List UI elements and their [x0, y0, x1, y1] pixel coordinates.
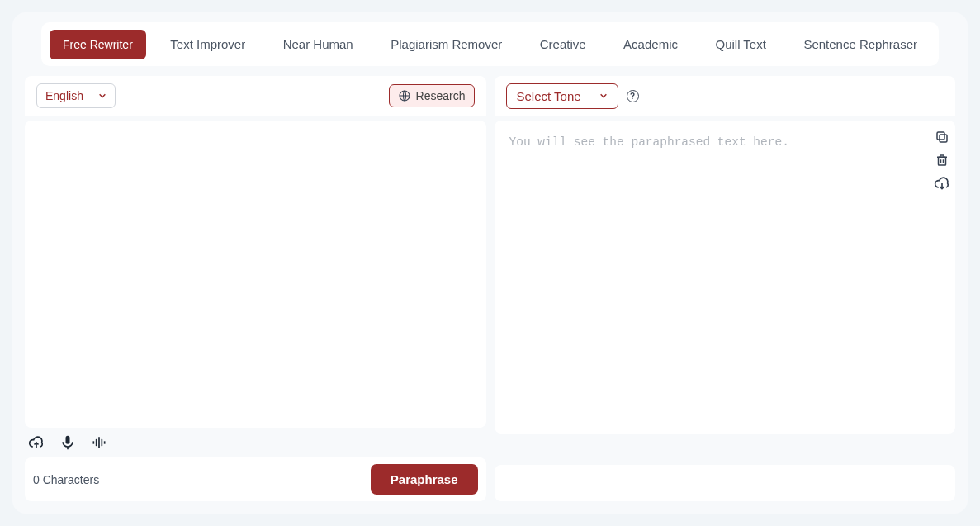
output-placeholder: You will see the paraphrased text here. [509, 135, 789, 149]
panels: English Research [25, 76, 955, 501]
globe-icon [398, 89, 411, 102]
input-toolbar: English Research [25, 76, 486, 116]
input-textarea[interactable] [25, 121, 486, 428]
output-action-icons [934, 129, 950, 192]
output-textarea[interactable]: You will see the paraphrased text here. [495, 121, 956, 434]
tab-near-human[interactable]: Near Human [270, 29, 367, 59]
microphone-icon[interactable] [59, 434, 76, 451]
trash-icon[interactable] [934, 152, 950, 168]
input-action-icons [25, 428, 486, 457]
tab-academic[interactable]: Academic [610, 29, 691, 59]
svg-rect-2 [940, 135, 947, 142]
copy-icon[interactable] [934, 129, 950, 145]
language-select[interactable]: English [36, 83, 116, 108]
character-count: 0 Characters [33, 473, 99, 486]
output-panel: Select Tone ? You will see the paraphras… [495, 76, 956, 501]
input-footer: 0 Characters Paraphrase [25, 428, 486, 501]
output-bottom-bar [495, 465, 956, 501]
svg-rect-3 [937, 132, 944, 140]
char-count-value: 0 [33, 473, 40, 486]
research-label: Research [416, 89, 466, 102]
svg-rect-1 [66, 436, 70, 444]
tone-select[interactable]: Select Tone [506, 83, 618, 109]
app-container: Free Rewriter Text Improver Near Human P… [12, 12, 968, 514]
tabs-bar: Free Rewriter Text Improver Near Human P… [41, 22, 939, 66]
chevron-down-icon [98, 92, 107, 100]
input-bottom-bar: 0 Characters Paraphrase [25, 457, 486, 501]
help-icon[interactable]: ? [627, 90, 639, 102]
chevron-down-icon [599, 92, 608, 100]
tone-label: Select Tone [517, 89, 581, 103]
input-panel: English Research [25, 76, 486, 501]
cloud-download-icon[interactable] [934, 175, 950, 192]
output-toolbar: Select Tone ? [495, 76, 956, 116]
cloud-upload-icon[interactable] [28, 434, 45, 451]
soundwave-icon[interactable] [91, 434, 107, 451]
research-badge[interactable]: Research [389, 84, 475, 107]
tab-sentence-rephraser[interactable]: Sentence Rephraser [790, 29, 930, 59]
paraphrase-button[interactable]: Paraphrase [371, 464, 478, 495]
tab-quill-text[interactable]: Quill Text [702, 29, 779, 59]
tab-plagiarism-remover[interactable]: Plagiarism Remover [377, 29, 515, 59]
char-count-label: Characters [43, 473, 99, 486]
svg-rect-4 [939, 157, 946, 165]
tab-free-rewriter[interactable]: Free Rewriter [50, 30, 146, 59]
tab-text-improver[interactable]: Text Improver [157, 29, 258, 59]
language-value: English [45, 89, 83, 102]
output-footer [495, 434, 956, 501]
tab-creative[interactable]: Creative [527, 29, 599, 59]
